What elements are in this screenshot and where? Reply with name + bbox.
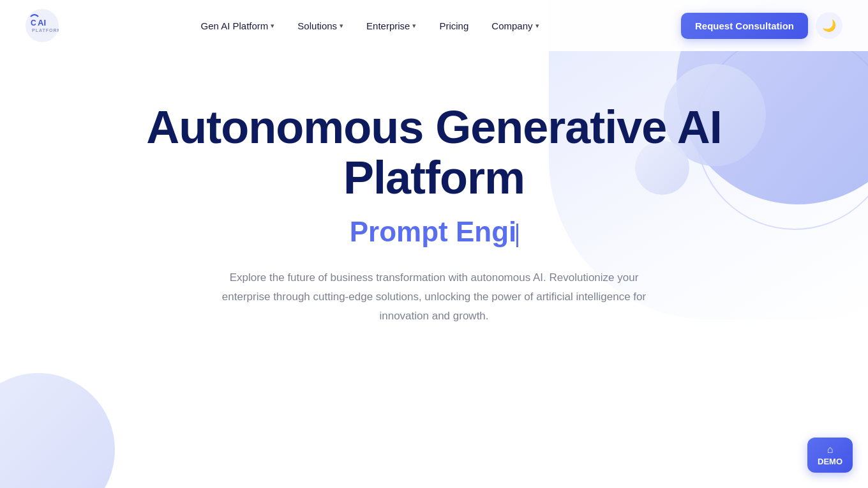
nav-actions: Request Consultation 🌙	[681, 12, 842, 39]
svg-text:AI: AI	[38, 18, 46, 27]
demo-label: DEMO	[818, 457, 842, 466]
nav-item-pricing[interactable]: Pricing	[430, 15, 477, 36]
hero-title: Autonomous Generative AI Platform	[26, 102, 842, 203]
hero-description: Explore the future of business transform…	[211, 268, 657, 325]
bg-circle-bottom-left	[0, 373, 115, 488]
navbar: C AI PLATFORMS Gen AI Platform ▾ Solutio…	[0, 0, 868, 51]
svg-text:C: C	[31, 19, 36, 27]
chevron-down-icon: ▾	[535, 22, 539, 30]
logo-icon: C AI PLATFORMS	[26, 9, 59, 42]
nav-item-enterprise[interactable]: Enterprise ▾	[357, 15, 425, 36]
theme-toggle-button[interactable]: 🌙	[816, 12, 842, 39]
nav-item-company[interactable]: Company ▾	[483, 15, 548, 36]
nav-item-solutions[interactable]: Solutions ▾	[288, 15, 352, 36]
hero-subtitle: Prompt Engi	[26, 216, 842, 248]
chevron-down-icon: ▾	[412, 22, 416, 30]
chevron-down-icon: ▾	[271, 22, 274, 30]
nav-item-gen-ai[interactable]: Gen AI Platform ▾	[191, 15, 283, 36]
demo-button[interactable]: ⌂ DEMO	[807, 438, 853, 473]
svg-text:PLATFORMS: PLATFORMS	[32, 28, 59, 33]
request-consultation-button[interactable]: Request Consultation	[681, 13, 808, 39]
demo-icon: ⌂	[827, 444, 834, 455]
hero-section: Autonomous Generative AI Platform Prompt…	[0, 51, 868, 351]
typing-cursor	[516, 224, 518, 247]
moon-icon: 🌙	[822, 19, 836, 33]
chevron-down-icon: ▾	[340, 22, 343, 30]
logo-link[interactable]: C AI PLATFORMS	[26, 9, 59, 42]
nav-links: Gen AI Platform ▾ Solutions ▾ Enterprise…	[191, 15, 548, 36]
